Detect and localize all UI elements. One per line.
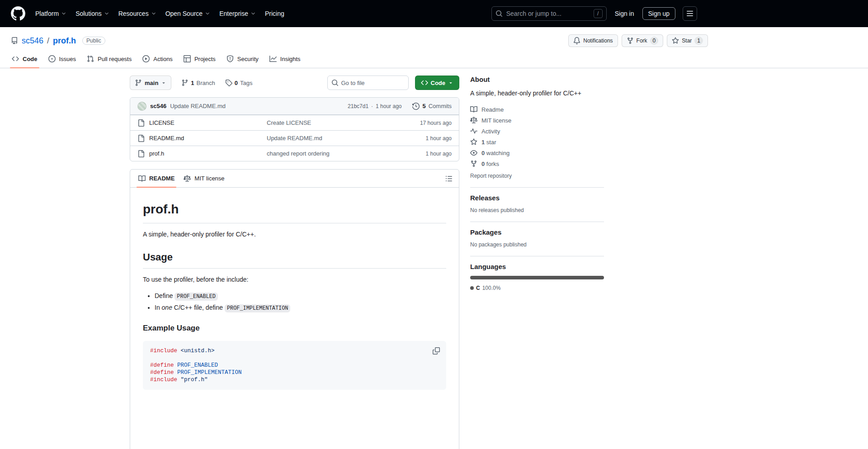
sidebar-item-license[interactable]: MIT license: [470, 115, 604, 126]
tab-label: Code: [23, 56, 38, 62]
sidebar-item-readme[interactable]: Readme: [470, 104, 604, 115]
bell-icon: [573, 37, 580, 44]
pulse-icon: [470, 128, 477, 135]
notifications-label: Notifications: [583, 38, 613, 44]
commit-history-link[interactable]: 5 Commits: [412, 103, 452, 110]
releases-section: Releases No releases published: [470, 194, 604, 222]
tab-actions[interactable]: Actions: [138, 50, 177, 68]
nav-solutions[interactable]: Solutions: [75, 10, 109, 17]
fork-icon: [627, 37, 634, 44]
nav-resources[interactable]: Resources: [118, 10, 156, 17]
file-icon: [137, 119, 145, 127]
nav-pricing[interactable]: Pricing: [265, 10, 284, 17]
nav-label: Enterprise: [219, 10, 248, 17]
watching-count: 0: [481, 150, 485, 156]
tab-security[interactable]: Security: [222, 50, 263, 68]
repo-actions: Notifications Fork 0 Star 1: [568, 34, 708, 47]
code-string: <unistd.h>: [177, 348, 215, 354]
sidebar-item-watching[interactable]: 0 watching: [470, 147, 604, 158]
code-download-button[interactable]: Code: [415, 76, 460, 90]
language-bar: [470, 276, 604, 279]
packages-heading: Packages: [470, 228, 604, 236]
sign-in-link[interactable]: Sign in: [615, 10, 634, 17]
tab-label: Actions: [153, 56, 173, 62]
search-icon: [495, 10, 503, 17]
commit-message-link[interactable]: Update README.md: [170, 103, 226, 109]
code-keyword: #define: [150, 369, 174, 376]
star-icon: [672, 37, 679, 44]
current-branch-label: main: [145, 80, 158, 86]
file-commit-message[interactable]: changed report ordering: [267, 150, 388, 157]
languages-heading: Languages: [470, 263, 604, 270]
file-commit-message[interactable]: Update README.md: [267, 135, 388, 142]
tab-issues[interactable]: Issues: [44, 50, 81, 68]
slash-shortcut-key: /: [594, 9, 603, 18]
code-button-label: Code: [431, 80, 446, 86]
table-row: README.md Update README.md 1 hour ago: [130, 130, 459, 146]
copy-button[interactable]: [430, 345, 443, 357]
breadcrumb: sc546 / prof.h Public: [11, 36, 105, 46]
repo-owner-link[interactable]: sc546: [22, 36, 43, 46]
commit-sha-link[interactable]: 21bc7d1: [348, 103, 368, 109]
sidebar-item-label: MIT license: [481, 117, 511, 124]
outline-button[interactable]: [443, 172, 455, 185]
readme-header: README MIT license: [130, 170, 459, 188]
tab-readme[interactable]: README: [134, 170, 179, 187]
go-to-file-input[interactable]: [341, 80, 405, 86]
file-link[interactable]: LICENSE: [137, 119, 267, 127]
tab-projects[interactable]: Projects: [179, 50, 220, 68]
forks-count: 0: [481, 161, 485, 167]
file-commit-time: 1 hour ago: [388, 151, 452, 157]
commit-author-link[interactable]: sc546: [150, 103, 166, 109]
packages-empty-text: No packages published: [470, 241, 604, 248]
report-repository-link[interactable]: Report repository: [470, 173, 604, 179]
star-count: 1: [694, 37, 703, 45]
header-search[interactable]: /: [491, 6, 607, 21]
chevron-down-icon: [205, 11, 210, 16]
file-table: sc546 Update README.md 21bc7d1 · 1 hour …: [130, 97, 459, 161]
nav-open-source[interactable]: Open Source: [165, 10, 211, 17]
readme-content: prof.h A simple, header-only profiler fo…: [130, 188, 459, 449]
search-input[interactable]: [506, 10, 590, 17]
file-commit-message[interactable]: Create LICENSE: [267, 119, 388, 126]
tab-label: Security: [237, 56, 259, 62]
sidebar-item-activity[interactable]: Activity: [470, 126, 604, 137]
tab-insights[interactable]: Insights: [265, 50, 305, 68]
tags-link[interactable]: 0 Tags: [225, 79, 253, 86]
tag-icon: [225, 79, 232, 86]
sidebar-item-stars[interactable]: 1 star: [470, 137, 604, 147]
github-logo[interactable]: [11, 6, 25, 21]
tab-label: Insights: [280, 56, 301, 62]
code-line: #include "prof.h": [150, 376, 439, 383]
go-to-file-box[interactable]: [327, 76, 409, 90]
branch-selector[interactable]: main: [130, 76, 171, 90]
hamburger-icon: [686, 10, 693, 17]
eye-icon: [470, 149, 477, 156]
readme-title: prof.h: [143, 199, 446, 223]
tab-pull-requests[interactable]: Pull requests: [82, 50, 136, 68]
menu-button[interactable]: [683, 6, 697, 21]
language-legend-item[interactable]: C 100.0%: [470, 284, 604, 292]
latest-commit-bar: sc546 Update README.md 21bc7d1 · 1 hour …: [130, 98, 459, 115]
nav-enterprise[interactable]: Enterprise: [219, 10, 256, 17]
tab-label: Issues: [59, 56, 76, 62]
tab-label: Projects: [194, 56, 216, 62]
stars-count: 1: [481, 139, 485, 146]
fork-button[interactable]: Fork 0: [622, 34, 664, 47]
sidebar-item-label: Readme: [481, 106, 504, 113]
file-link[interactable]: README.md: [137, 135, 267, 142]
star-button[interactable]: Star 1: [667, 34, 708, 47]
commit-count-word: Commits: [429, 103, 452, 109]
commit-count: 5: [422, 103, 425, 109]
file-name: prof.h: [149, 150, 164, 157]
sidebar-item-forks[interactable]: 0 forks: [470, 158, 604, 169]
sign-up-button[interactable]: Sign up: [642, 7, 675, 20]
tab-code[interactable]: Code: [7, 50, 42, 68]
notifications-button[interactable]: Notifications: [568, 34, 618, 47]
file-link[interactable]: prof.h: [137, 150, 267, 157]
repo-name-link[interactable]: prof.h: [53, 36, 76, 46]
nav-platform[interactable]: Platform: [35, 10, 66, 17]
avatar[interactable]: [137, 102, 146, 111]
tab-mit-license[interactable]: MIT license: [179, 170, 229, 187]
branches-link[interactable]: 1 Branch: [181, 79, 215, 86]
